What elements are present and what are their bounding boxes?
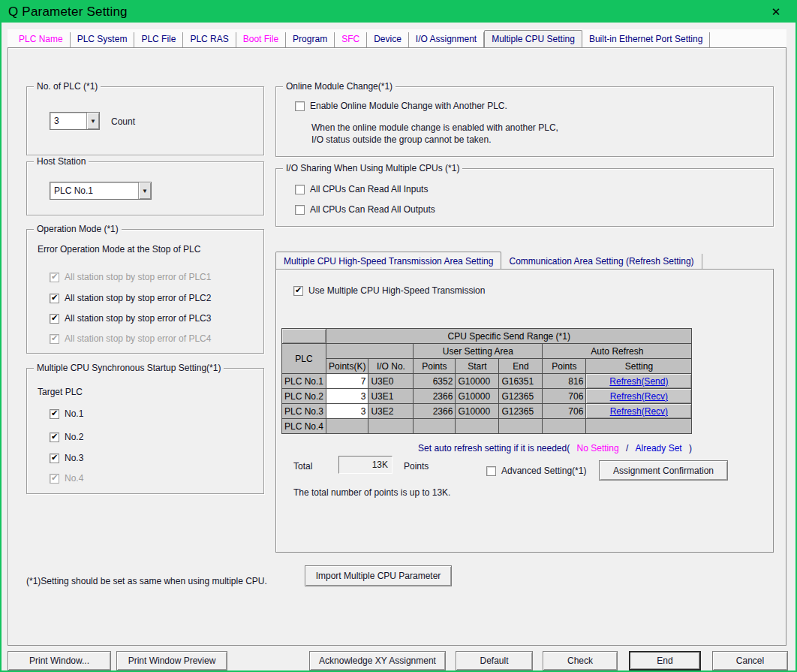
start-cell: G10000 — [456, 374, 499, 389]
checkbox-box[interactable] — [293, 286, 303, 296]
online-module-change-group: Online Module Change(*1) Enable Online M… — [275, 86, 774, 157]
checkbox-enable-online-module-change[interactable]: Enable Online Module Change with Another… — [295, 101, 507, 111]
online-module-change-group-title: Online Module Change(*1) — [283, 81, 395, 92]
checkbox-target-plc-no2[interactable]: No.2 — [50, 432, 83, 442]
checkbox-label: All station stop by stop error of PLC3 — [65, 313, 211, 324]
online-module-note-line2: I/O status outside the group cannot be t… — [311, 134, 492, 145]
chevron-down-icon: ▼ — [142, 188, 148, 194]
no-of-plc-group-title: No. of PLC (*1) — [34, 81, 101, 92]
chevron-down-icon: ▼ — [90, 118, 96, 125]
checkbox-box[interactable] — [50, 273, 59, 282]
checkbox-stop-error-plc2[interactable]: All station stop by stop error of PLC2 — [50, 293, 211, 303]
refresh-recv-button[interactable]: Refresh(Recv) — [586, 389, 692, 404]
refresh-link-label[interactable]: Refresh(Recv) — [610, 406, 668, 417]
auto-points-cell: 816 — [543, 374, 586, 389]
tab-device[interactable]: Device — [367, 32, 409, 47]
checkbox-use-high-speed-transmission[interactable]: Use Multiple CPU High-Speed Transmission — [293, 285, 485, 296]
checkbox-box[interactable] — [50, 334, 59, 344]
refresh-link-label[interactable]: Refresh(Recv) — [610, 391, 668, 402]
operation-mode-group: Operation Mode (*1) Error Operation Mode… — [26, 229, 264, 354]
no-of-plc-combobox[interactable]: 3 ▼ — [50, 112, 100, 130]
points-k-input[interactable]: 7 — [326, 374, 368, 389]
print-window-preview-button[interactable]: Print Window Preview — [116, 651, 227, 670]
plc-column-header: PLC — [282, 344, 326, 374]
tab-plc-file[interactable]: PLC File — [134, 32, 183, 47]
tab-multiple-cpu-setting[interactable]: Multiple CPU Setting — [484, 30, 582, 48]
tab-plc-name[interactable]: PLC Name — [12, 32, 71, 47]
tab-high-speed-transmission-area[interactable]: Multiple CPU High-Speed Transmission Are… — [275, 252, 501, 270]
checkbox-target-plc-no3[interactable]: No.3 — [50, 453, 83, 463]
checkbox-box[interactable] — [50, 432, 59, 442]
checkbox-box[interactable] — [50, 409, 59, 419]
sync-startup-group-title: Multiple CPU Synchronous Startup Setting… — [34, 363, 224, 373]
points-k-input[interactable]: 3 — [326, 389, 368, 404]
tab-plc-ras[interactable]: PLC RAS — [183, 32, 236, 47]
checkbox-box[interactable] — [295, 101, 305, 111]
already-set-label: Already Set — [631, 443, 687, 454]
total-points-note: The total number of points is up to 13K. — [293, 487, 450, 498]
checkbox-stop-error-plc1[interactable]: All station stop by stop error of PLC1 — [50, 272, 211, 282]
close-icon[interactable]: ✕ — [767, 4, 785, 20]
checkbox-box[interactable] — [50, 294, 59, 303]
row-label: PLC No.2 — [282, 389, 326, 404]
tab-communication-area-setting[interactable]: Communication Area Setting (Refresh Sett… — [501, 254, 702, 270]
host-station-value: PLC No.1 — [50, 185, 138, 196]
default-button[interactable]: Default — [456, 651, 533, 670]
checkbox-stop-error-plc3[interactable]: All station stop by stop error of PLC3 — [50, 313, 211, 324]
assignment-confirmation-button[interactable]: Assignment Confirmation — [599, 460, 728, 481]
host-station-dropdown-button[interactable]: ▼ — [138, 182, 151, 199]
auto-points-cell — [543, 419, 586, 434]
checkbox-box[interactable] — [295, 205, 305, 215]
tab-program[interactable]: Program — [286, 32, 335, 47]
checkbox-read-all-inputs[interactable]: All CPUs Can Read All Inputs — [295, 184, 428, 194]
checkbox-stop-error-plc4[interactable]: All station stop by stop error of PLC4 — [50, 333, 211, 344]
table-corner-cell — [282, 329, 326, 344]
import-multiple-cpu-parameter-button[interactable]: Import Multiple CPU Parameter — [305, 565, 452, 586]
checkbox-box[interactable] — [50, 314, 59, 324]
points-cell: 2366 — [414, 404, 456, 419]
tab-sfc[interactable]: SFC — [335, 32, 367, 47]
tab-io-assignment[interactable]: I/O Assignment — [409, 32, 484, 47]
cancel-button[interactable]: Cancel — [712, 651, 788, 670]
high-speed-transmission-panel: Use Multiple CPU High-Speed Transmission… — [275, 269, 774, 553]
checkbox-label: No.4 — [65, 473, 83, 484]
refresh-link-label[interactable]: Refresh(Send) — [609, 376, 668, 387]
auto-refresh-header: Auto Refresh — [543, 344, 692, 359]
window-title: Q Parameter Setting — [8, 5, 128, 20]
end-button[interactable]: End — [629, 651, 701, 670]
print-window-button[interactable]: Print Window... — [8, 651, 111, 670]
acknowledge-xy-assignment-button[interactable]: Acknowledge XY Assignment — [309, 651, 446, 670]
checkbox-target-plc-no1[interactable]: No.1 — [50, 408, 83, 419]
checkbox-target-plc-no4[interactable]: No.4 — [50, 473, 83, 484]
cpu-send-range-table: CPU Specific Send Range (*1) PLC User Se… — [281, 328, 692, 434]
points-label: Points — [404, 461, 429, 472]
no-setting-label: No Setting — [573, 443, 624, 454]
tab-boot-file[interactable]: Boot File — [236, 32, 286, 47]
checkbox-read-all-outputs[interactable]: All CPUs Can Read All Outputs — [295, 204, 435, 215]
start-cell: G10000 — [456, 389, 499, 404]
checkbox-box[interactable] — [295, 185, 305, 194]
row-label: PLC No.1 — [282, 374, 326, 389]
io-sharing-group-title: I/O Sharing When Using Multiple CPUs (*1… — [283, 163, 462, 173]
col-header-setting: Setting — [586, 359, 692, 374]
refresh-recv-button[interactable]: Refresh(Recv) — [586, 404, 692, 419]
tab-built-in-ethernet[interactable]: Built-in Ethernet Port Setting — [582, 32, 710, 47]
io-no-cell: U3E2 — [368, 404, 414, 419]
operation-mode-group-title: Operation Mode (*1) — [34, 224, 122, 234]
table-row-plc2: PLC No.2 3 U3E1 2366 G10000 G12365 706 R… — [282, 389, 692, 404]
checkbox-advanced-setting[interactable]: Advanced Setting(*1) — [486, 466, 586, 476]
tab-plc-system[interactable]: PLC System — [71, 32, 135, 47]
check-button[interactable]: Check — [543, 651, 618, 670]
checkbox-box[interactable] — [50, 474, 59, 484]
auto-refresh-note-prefix: Set auto refresh setting if it is needed… — [418, 443, 570, 454]
points-k-input[interactable]: 3 — [326, 404, 368, 419]
refresh-send-button[interactable]: Refresh(Send) — [586, 374, 692, 389]
error-operation-mode-label: Error Operation Mode at the Stop of PLC — [38, 244, 200, 255]
col-header-start: Start — [456, 359, 499, 374]
checkbox-box[interactable] — [50, 454, 59, 463]
end-cell: G16351 — [499, 374, 543, 389]
no-of-plc-dropdown-button[interactable]: ▼ — [86, 113, 99, 129]
auto-refresh-note: Set auto refresh setting if it is needed… — [281, 443, 692, 454]
checkbox-box[interactable] — [486, 466, 496, 476]
host-station-combobox[interactable]: PLC No.1 ▼ — [50, 182, 152, 200]
